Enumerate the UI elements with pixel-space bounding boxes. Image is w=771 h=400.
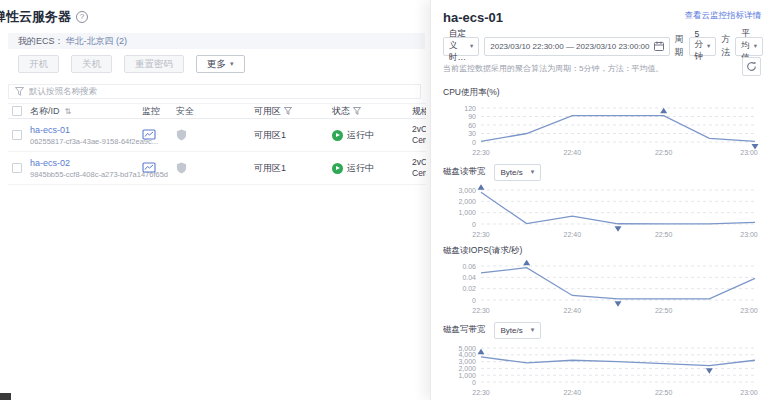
running-status-icon — [332, 163, 343, 174]
monitor-controls: 自定义时… ▾ 2023/03/10 22:30:00 — 2023/03/10… — [443, 33, 761, 59]
table-row[interactable]: ha-ecs-01 06255817-cf3a-43ae-9158-64f2ea… — [8, 119, 426, 152]
page-title: 弹性云服务器 — [0, 8, 71, 26]
more-button-label: 更多 — [207, 58, 226, 71]
table-row[interactable]: ha-ecs-02 9845bb55-ccf8-408c-a273-bd7a14… — [8, 152, 426, 185]
az-filter-icon[interactable] — [284, 107, 292, 115]
svg-text:3,000: 3,000 — [458, 358, 476, 365]
date-range-input[interactable]: 2023/03/10 22:30:00 — 2023/03/10 23:00:0… — [484, 37, 669, 56]
aggregation-note: 当前监控数据采用的聚合算法为周期：5分钟，方法：平均值。 — [443, 63, 761, 74]
svg-text:0: 0 — [472, 379, 476, 386]
svg-text:22:50: 22:50 — [655, 389, 673, 396]
reset-password-button[interactable]: 重置密码 — [124, 55, 184, 73]
status-filter-icon[interactable] — [353, 107, 361, 115]
monitoring-icon[interactable] — [142, 162, 156, 174]
chevron-down-icon: ▾ — [707, 42, 710, 50]
chart-title: 磁盘读IOPS(请求/秒) — [443, 245, 522, 257]
time-range-value: 自定义时… — [449, 28, 466, 64]
unit-select[interactable]: Byte/s ▾ — [494, 322, 542, 339]
security-shield-icon[interactable] — [176, 162, 187, 174]
svg-text:22:30: 22:30 — [472, 307, 490, 314]
svg-text:22:50: 22:50 — [655, 231, 673, 238]
svg-text:22:40: 22:40 — [564, 149, 582, 156]
svg-text:120: 120 — [464, 105, 476, 112]
chart-svg: 01,0002,0003,0004,0005,00022:3022:4022:5… — [443, 342, 763, 398]
spec-line2: Cen — [412, 135, 426, 146]
period-select[interactable]: 5分钟 ▾ — [689, 37, 717, 56]
chevron-down-icon: ▾ — [754, 42, 757, 50]
svg-text:22:30: 22:30 — [472, 149, 490, 156]
spec-line1: 2vC — [412, 157, 426, 168]
method-select[interactable]: 平均值 ▾ — [735, 37, 763, 56]
power-off-button[interactable]: 关机 — [71, 55, 112, 73]
drawer-header: ha-ecs-01 查看云监控指标详情 — [431, 0, 771, 26]
svg-text:22:30: 22:30 — [472, 389, 490, 396]
svg-text:90: 90 — [468, 113, 476, 120]
table-header-row: 名称/ID ⇅ 监控 安全 可用区 状态 规格 — [8, 103, 426, 119]
svg-text:1,000: 1,000 — [458, 209, 476, 216]
help-icon[interactable]: ? — [76, 11, 88, 23]
instance-table: 名称/ID ⇅ 监控 安全 可用区 状态 规格 — [8, 103, 426, 185]
col-az: 可用区 — [254, 105, 281, 118]
instance-name-link[interactable]: ha-ecs-02 — [30, 158, 142, 168]
row-checkbox[interactable] — [12, 130, 22, 140]
calendar-icon — [654, 41, 664, 51]
date-range-value: 2023/03/10 22:30:00 — 2023/03/10 23:00:0… — [490, 42, 649, 51]
chart-svg: 01,0002,0003,00022:3022:4022:5023:00 — [443, 184, 763, 240]
chart-svg: 030609012022:3022:4022:5023:00 — [443, 102, 763, 158]
col-name-id[interactable]: 名称/ID — [30, 105, 60, 118]
cloudeye-details-link[interactable]: 查看云监控指标详情 — [685, 10, 762, 22]
chevron-down-icon: ▾ — [470, 42, 473, 50]
status-text: 运行中 — [347, 129, 374, 142]
az-cell: 可用区1 — [254, 129, 332, 142]
svg-text:0: 0 — [472, 221, 476, 228]
status-text: 运行中 — [347, 162, 374, 175]
unit-value: Byte/s — [501, 326, 523, 335]
chart-disk-write-bandwidth: 磁盘写带宽 Byte/s ▾ 01,0002,0003,0004,0005,00… — [443, 320, 761, 398]
chart-title: CPU使用率(%) — [443, 87, 500, 99]
svg-text:23:00: 23:00 — [740, 307, 758, 314]
svg-text:22:40: 22:40 — [564, 307, 582, 314]
power-on-button[interactable]: 开机 — [18, 55, 59, 73]
chart-disk-read-iops: 磁盘读IOPS(请求/秒) 00.020.040.0622:3022:4022:… — [443, 244, 761, 316]
svg-text:0: 0 — [472, 139, 476, 146]
col-security: 安全 — [176, 105, 194, 118]
region-notice: 我的ECS： 华北-北京四 (2) — [8, 33, 425, 49]
svg-text:22:30: 22:30 — [472, 231, 490, 238]
search-filter-input[interactable]: 默认按照名称搜索 — [8, 84, 421, 99]
refresh-button[interactable] — [742, 57, 761, 76]
instance-name-link[interactable]: ha-ecs-01 — [30, 125, 142, 135]
unit-value: Byte/s — [501, 168, 523, 177]
instance-id: 9845bb55-ccf8-408c-a273-bd7a1476f65d — [30, 170, 142, 179]
svg-text:2,000: 2,000 — [458, 198, 476, 205]
sort-icon[interactable]: ⇅ — [65, 107, 72, 116]
svg-text:22:50: 22:50 — [655, 307, 673, 314]
running-status-icon — [332, 130, 343, 141]
time-range-select[interactable]: 自定义时… ▾ — [443, 37, 479, 56]
chart-plot: 030609012022:3022:4022:5023:00 — [443, 102, 761, 158]
chart-svg: 00.020.040.0622:3022:4022:5023:00 — [443, 260, 763, 316]
row-checkbox[interactable] — [12, 163, 22, 173]
more-button[interactable]: 更多 ▾ — [196, 55, 245, 73]
filter-funnel-icon — [15, 87, 24, 96]
svg-text:1,000: 1,000 — [458, 372, 476, 379]
svg-text:23:00: 23:00 — [740, 389, 758, 396]
charts-container: CPU使用率(%) 030609012022:3022:4022:5023:00… — [443, 86, 761, 400]
svg-text:22:40: 22:40 — [564, 231, 582, 238]
page-header: 弹性云服务器 ? — [0, 8, 88, 26]
unit-select[interactable]: Byte/s ▾ — [494, 164, 542, 181]
drawer-title: ha-ecs-01 — [443, 10, 503, 25]
spec-line1: 2vC — [412, 124, 426, 135]
svg-text:60: 60 — [468, 122, 476, 129]
monitoring-icon[interactable] — [142, 129, 156, 141]
chart-plot: 00.020.040.0622:3022:4022:5023:00 — [443, 260, 761, 316]
svg-text:0.06: 0.06 — [462, 263, 476, 270]
security-shield-icon[interactable] — [176, 129, 187, 141]
svg-text:23:00: 23:00 — [740, 231, 758, 238]
chevron-down-icon: ▾ — [230, 60, 234, 68]
chart-title: 磁盘读带宽 — [443, 166, 486, 178]
chart-disk-read-bandwidth: 磁盘读带宽 Byte/s ▾ 01,0002,0003,00022:3022:4… — [443, 162, 761, 240]
svg-text:22:50: 22:50 — [655, 149, 673, 156]
region-link[interactable]: 华北-北京四 (2) — [66, 35, 128, 48]
col-status: 状态 — [332, 105, 350, 118]
select-all-checkbox[interactable] — [12, 106, 22, 116]
